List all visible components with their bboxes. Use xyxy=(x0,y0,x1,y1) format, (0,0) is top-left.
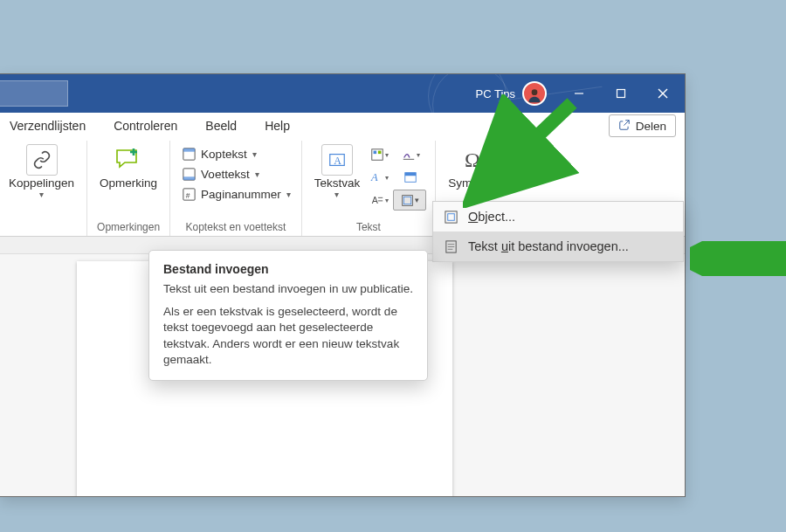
dropcap-button[interactable]: A▾ xyxy=(367,190,391,211)
svg-line-35 xyxy=(480,103,572,190)
svg-rect-10 xyxy=(183,176,194,180)
koptekst-button[interactable]: Koptekst ▾ xyxy=(177,144,294,163)
annotation-arrow-1 xyxy=(463,94,585,208)
tab-controleren[interactable]: Controleren xyxy=(100,113,191,141)
svg-rect-17 xyxy=(378,151,382,155)
tab-verzendlijsten[interactable]: Verzendlijsten xyxy=(0,113,100,141)
title-left-box[interactable] xyxy=(0,80,68,107)
header-icon xyxy=(181,146,196,162)
tooltip-paragraph-2: Als er een tekstvak is geselecteerd, wor… xyxy=(163,304,413,368)
svg-rect-30 xyxy=(448,213,455,220)
opmerking-button[interactable]: Opmerking xyxy=(94,142,162,190)
tab-help[interactable]: Help xyxy=(251,113,304,141)
svg-rect-29 xyxy=(445,211,457,222)
comment-icon xyxy=(113,144,144,176)
chevron-down-icon: ▾ xyxy=(252,149,257,159)
text-from-file-icon xyxy=(444,238,459,254)
object-icon xyxy=(444,209,459,225)
svg-rect-16 xyxy=(373,151,376,155)
koppelingen-button[interactable]: Koppelingen ▾ xyxy=(3,142,79,199)
paginanummer-button[interactable]: # Paginanummer ▾ xyxy=(177,184,294,204)
signature-line-button[interactable]: ▾ xyxy=(393,144,428,165)
share-button[interactable]: Delen xyxy=(609,114,676,137)
chevron-down-icon: ▾ xyxy=(334,190,339,199)
group-label-koptekst: Koptekst en voettekst xyxy=(186,219,286,236)
page-number-icon: # xyxy=(181,186,196,202)
opmerking-label: Opmerking xyxy=(100,177,157,190)
group-opmerkingen: Opmerking Opmerkingen xyxy=(87,141,170,236)
share-label: Delen xyxy=(636,120,666,133)
tekstvak-button[interactable]: A Tekstvak ▾ xyxy=(309,142,366,199)
footer-icon xyxy=(181,166,196,182)
close-button[interactable] xyxy=(643,74,683,113)
svg-rect-25 xyxy=(405,173,416,176)
svg-text:A: A xyxy=(334,155,341,167)
chevron-down-icon: ▾ xyxy=(286,190,291,199)
svg-rect-2 xyxy=(617,90,625,98)
voettekst-button[interactable]: Voettekst ▾ xyxy=(177,164,294,183)
chevron-down-icon: ▾ xyxy=(39,190,44,199)
group-label-tekst: Tekst xyxy=(356,219,381,236)
svg-rect-27 xyxy=(403,197,410,204)
group-label-opmerkingen: Opmerkingen xyxy=(97,219,160,236)
menu-item-tekst-uit-bestand[interactable]: Tekst uit bestand invoegen... xyxy=(433,231,683,261)
koppelingen-label: Koppelingen xyxy=(9,177,74,190)
quickparts-button[interactable]: ▾ xyxy=(367,144,391,165)
maximize-button[interactable] xyxy=(601,74,641,113)
tab-beeld[interactable]: Beeld xyxy=(191,113,251,141)
group-koptekst-voettekst: Koptekst ▾ Voettekst ▾ # Paginanummer ▾ xyxy=(170,141,302,236)
group-tekst: A Tekstvak ▾ ▾ A▾ A▾ xyxy=(302,141,437,236)
date-time-button[interactable] xyxy=(393,167,428,188)
svg-text:#: # xyxy=(185,191,190,200)
svg-rect-8 xyxy=(183,148,194,151)
chevron-down-icon: ▾ xyxy=(255,169,259,179)
share-icon xyxy=(618,119,631,134)
textbox-icon: A xyxy=(321,144,353,176)
tooltip-bestand-invoegen: Bestand invoegen Tekst uit een bestand i… xyxy=(148,250,428,381)
object-dropdown-menu: Object... Tekst uit bestand invoegen... xyxy=(432,201,684,262)
wordart-button[interactable]: A▾ xyxy=(367,167,391,188)
annotation-arrow-2 xyxy=(690,241,786,276)
tooltip-paragraph-1: Tekst uit een bestand invoegen in uw pub… xyxy=(163,281,413,297)
tekstvak-label: Tekstvak xyxy=(314,177,361,190)
svg-text:A: A xyxy=(370,171,378,183)
object-split-button[interactable]: ▾ xyxy=(393,190,426,211)
group-koppelingen: Koppelingen ▾ xyxy=(0,141,87,236)
link-icon xyxy=(26,144,58,176)
tooltip-title: Bestand invoegen xyxy=(163,261,413,278)
